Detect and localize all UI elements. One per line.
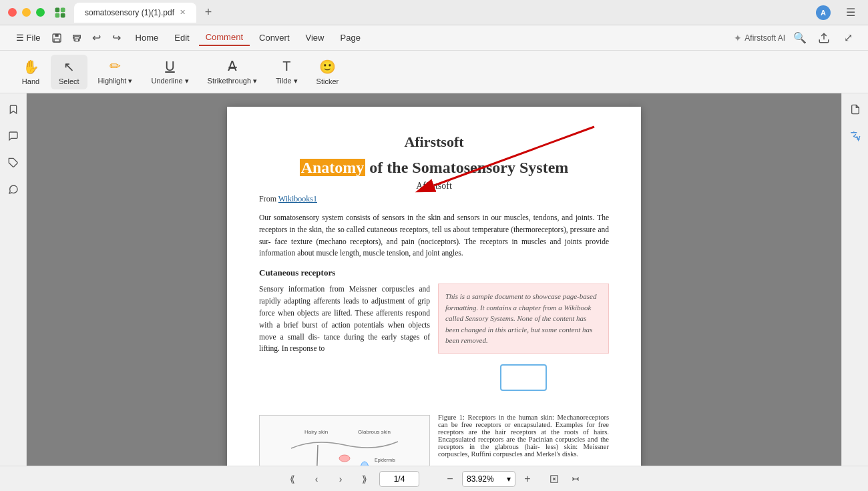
pdf-subtitle: Afirstsoft (259, 181, 609, 191)
expand-icon[interactable]: ⤢ (839, 29, 857, 47)
content-row: Afirstsoft Anatomy of the Somatosensory … (0, 93, 868, 466)
file-menu-icon[interactable]: ☰ File (11, 30, 46, 45)
svg-rect-6 (54, 39, 59, 42)
zoom-value: 83.92% (467, 474, 494, 484)
pdf-shape-box (438, 354, 609, 402)
highlight-tool-button[interactable]: ✏ Highlight ▾ (90, 54, 141, 89)
sidebar-chat-icon[interactable] (5, 181, 21, 197)
app-window: somatosensory (1)(1).pdf ✕ + A ☰ ☰ File … (0, 0, 868, 491)
zoom-in-button[interactable]: + (518, 470, 537, 488)
highlight-label: Highlight ▾ (98, 77, 133, 85)
zoom-out-button[interactable]: − (441, 470, 459, 488)
minimize-button[interactable] (22, 8, 31, 17)
toolbar: ✋ Hand ↖ Select ✏ Highlight ▾ U Underlin… (0, 51, 868, 93)
sidebar-doc-icon[interactable] (847, 101, 863, 117)
tilde-icon: T (282, 59, 290, 74)
hand-label: Hand (22, 77, 39, 85)
window-controls (8, 8, 45, 17)
save-icon[interactable] (47, 29, 66, 47)
svg-rect-1 (61, 7, 65, 12)
pdf-info-box: This is a sample document to showcase pa… (438, 284, 609, 354)
zoom-level-display[interactable]: 83.92% ▾ (462, 471, 515, 487)
sidebar-translate-icon[interactable] (847, 128, 863, 144)
nav-prev-button[interactable]: ‹ (307, 470, 326, 488)
svg-text:Glabrous skin: Glabrous skin (358, 429, 391, 435)
main-title-rest: of the Somatosensory System (369, 159, 568, 176)
cloud-upload-icon[interactable] (815, 29, 833, 47)
fit-buttons (545, 470, 585, 488)
pdf-content-area[interactable]: Afirstsoft Anatomy of the Somatosensory … (27, 93, 841, 466)
svg-rect-0 (55, 7, 60, 12)
tab-bar: somatosensory (1)(1).pdf ✕ + (74, 3, 816, 23)
menu-convert[interactable]: Convert (252, 30, 296, 45)
highlight-icon: ✏ (110, 58, 121, 74)
tilde-label: Tilde ▾ (276, 77, 298, 85)
svg-rect-8 (75, 39, 78, 41)
pdf-figure-area: Hairy skin Glabrous skin Epidermis Dermi… (259, 410, 609, 466)
underline-label: Underline ▾ (151, 77, 188, 85)
menu-edit[interactable]: Edit (168, 30, 196, 45)
pdf-section-title: Cutaneous receptors (259, 268, 609, 278)
pdf-body-paragraph2: Sensory information from Meissner corpus… (259, 284, 430, 402)
nav-next-button[interactable]: › (331, 470, 350, 488)
title-bar-right: A ☰ (816, 3, 860, 22)
menu-view[interactable]: View (299, 30, 331, 45)
svg-text:Hairy skin: Hairy skin (304, 429, 328, 435)
sidebar-comment-icon[interactable] (5, 128, 21, 144)
hand-tool-button[interactable]: ✋ Hand (13, 55, 48, 89)
active-tab[interactable]: somatosensory (1)(1).pdf ✕ (74, 3, 196, 23)
page-input[interactable] (379, 471, 419, 487)
strikethrough-label: Strikethrough ▾ (208, 77, 257, 85)
highlighted-word: Anatomy (300, 159, 366, 176)
left-sidebar (0, 93, 27, 466)
right-sidebar (841, 93, 868, 466)
close-button[interactable] (8, 8, 17, 17)
pdf-rect-annotation (500, 364, 547, 391)
user-avatar: A (816, 5, 831, 20)
redo-icon[interactable]: ↪ (107, 29, 126, 47)
pdf-right-col: This is a sample document to showcase pa… (438, 284, 609, 402)
sticker-label: Sticker (316, 77, 339, 85)
pdf-page: Afirstsoft Anatomy of the Somatosensory … (227, 107, 641, 466)
tab-close-icon[interactable]: ✕ (180, 8, 186, 17)
menu-left: ☰ File ↩ ↪ (11, 29, 126, 47)
pdf-from: From Wikibooks1 (259, 194, 609, 204)
cursor-icon: ↖ (63, 59, 75, 75)
tilde-tool-button[interactable]: T Tilde ▾ (268, 55, 306, 89)
maximize-button[interactable] (36, 8, 45, 17)
sticker-tool-button[interactable]: 🙂 Sticker (308, 55, 347, 89)
sidebar-tag-icon[interactable] (5, 155, 21, 171)
title-bar: somatosensory (1)(1).pdf ✕ + A ☰ (0, 0, 868, 25)
strikethrough-tool-button[interactable]: A̶ Strikethrough ▾ (200, 54, 265, 89)
nav-last-button[interactable]: ⟫ (355, 470, 374, 488)
wikibooks-link[interactable]: Wikibooks1 (278, 194, 317, 203)
app-logo (53, 5, 67, 20)
menu-page[interactable]: Page (334, 30, 367, 45)
select-tool-button[interactable]: ↖ Select (51, 55, 87, 89)
ai-label: Afirstsoft AI (744, 33, 785, 43)
strikethrough-icon: A̶ (228, 58, 237, 74)
svg-rect-5 (55, 34, 58, 37)
fit-width-button[interactable] (566, 470, 585, 488)
nav-first-button[interactable]: ⟪ (283, 470, 302, 488)
add-tab-button[interactable]: + (199, 3, 218, 22)
underline-tool-button[interactable]: U Underline ▾ (143, 55, 196, 89)
tab-title: somatosensory (1)(1).pdf (85, 8, 174, 17)
svg-point-20 (339, 455, 350, 462)
hamburger-icon[interactable]: ☰ (841, 3, 860, 22)
search-icon[interactable]: 🔍 (791, 29, 809, 47)
ai-badge[interactable]: ✦ Afirstsoft AI (734, 33, 785, 43)
pdf-figure-image: Hairy skin Glabrous skin Epidermis Dermi… (259, 415, 430, 466)
bottom-bar: ⟪ ‹ › ⟫ − 83.92% ▾ + (0, 466, 868, 491)
menu-comment[interactable]: Comment (199, 29, 250, 46)
print-icon[interactable] (67, 29, 86, 47)
underline-icon: U (165, 59, 174, 74)
sidebar-bookmark-icon[interactable] (5, 101, 21, 117)
pdf-body-paragraph1: Our somatosensory system consists of sen… (259, 212, 609, 260)
fit-page-button[interactable] (545, 470, 564, 488)
zoom-wrap: − 83.92% ▾ + (441, 470, 585, 488)
svg-text:Epidermis: Epidermis (375, 458, 396, 463)
undo-icon[interactable]: ↩ (87, 29, 106, 47)
zoom-dropdown-arrow: ▾ (507, 474, 511, 484)
menu-home[interactable]: Home (129, 30, 166, 45)
